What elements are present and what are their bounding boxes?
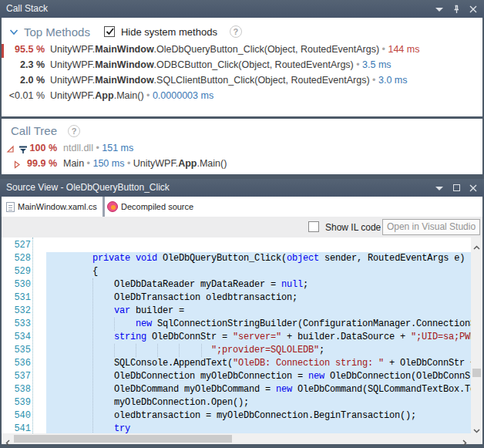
method-percent: 2.0 % [2,75,45,86]
hide-system-methods-label[interactable]: Hide system methods [121,26,217,38]
maximize-icon[interactable] [452,184,461,193]
code-line: var builder = [49,305,184,318]
call-stack-title: Call Stack [6,3,48,14]
dropdown-icon[interactable] [435,5,444,14]
call-tree-heading: Call Tree [11,124,57,137]
line-number: 537 [2,370,31,383]
method-percent: 2.3 % [2,59,45,70]
close-icon[interactable] [469,5,478,14]
pin-icon[interactable] [452,5,461,14]
tree-percent: 99.9 % [23,158,57,169]
horizontal-scrollbar-thumb[interactable] [14,435,232,443]
call-tree-row[interactable]: 99.9 %Main • 150 ms • UnityWPF.App.Main(… [2,158,482,173]
line-number: 532 [2,305,31,318]
line-number: 535 [2,344,31,357]
scrollbar-corner [471,433,482,444]
code-line: OleDbConnection myOleDbConnection = new … [49,370,482,383]
method-percent: 95.5 % [2,44,45,55]
scroll-right-arrow[interactable] [461,436,468,443]
help-icon[interactable]: ? [68,125,80,137]
code-line: OleDbDataReader myDataReader = null; [49,278,308,291]
indent-guide [179,344,180,357]
indent-guide [201,344,202,357]
line-number: 541 [2,423,31,433]
code-line: OleDbTransaction oledbtransaction; [49,291,297,305]
method-name: UnityWPF.MainWindow.OleDbQueryButton_Cli… [50,44,419,55]
indent-guide [157,344,158,357]
help-icon[interactable]: ? [230,25,242,38]
tab-label: MainWindow.xaml.cs [18,202,97,211]
scroll-left-arrow[interactable] [5,436,12,443]
code-line: string OleDbConnStr = "server=" + builde… [49,331,482,344]
code-line: private void OleDbQueryButton_Click(obje… [49,252,465,265]
code-line: try [49,423,130,433]
close-icon[interactable] [469,184,478,193]
method-row[interactable]: 95.5 %UnityWPF.MainWindow.OleDbQueryButt… [2,44,482,59]
code-line: oledbtransaction = myOleDbConnection.Beg… [49,409,416,423]
method-name: UnityWPF.MainWindow.ODBCButton_Click(Obj… [50,59,392,70]
line-number: 533 [2,318,31,331]
line-number: 539 [2,396,31,409]
horizontal-scrollbar[interactable] [2,433,471,444]
code-line: ";provider=SQLOLEDB"; [49,344,324,357]
vertical-scrollbar-thumb[interactable] [472,369,481,377]
line-number: 527 [2,239,31,252]
code-line: OleDbCommand myOleDbCommand = new OleDbC… [49,383,482,396]
collapse-chevron-icon[interactable] [9,25,18,39]
tree-percent: 100 % [23,143,57,153]
show-il-code-checkbox[interactable] [308,221,319,232]
tree-node-name: ntdll.dll [63,143,93,153]
top-methods-heading: Top Methods [24,25,90,39]
source-view-tabs: MainWindow.xaml.csDecompiled source [2,197,482,217]
indent-guide [114,318,115,331]
line-number: 529 [2,265,31,278]
method-row[interactable]: <0.01 %UnityWPF.App.Main() • 0.0000003 m… [2,90,482,105]
indent-guide [92,278,93,433]
scroll-up-arrow[interactable] [473,241,480,248]
line-number: 530 [2,278,31,291]
line-number: 534 [2,331,31,344]
dropdown-icon[interactable] [435,184,444,193]
call-stack-titlebar: Call Stack [0,0,484,18]
code-line: SQLConsole.AppendText("OleDB: Connection… [49,357,482,370]
document-icon [6,202,15,212]
line-number: 528 [2,252,31,265]
source-view-toolbar: Show IL code Open in Visual Studio [2,217,482,237]
expander-expanded-icon[interactable] [6,145,15,156]
call-tree-row[interactable]: 100 %ntdll.dll • 151 ms [2,143,482,157]
method-name: UnityWPF.App.Main() • 0.0000003 ms [50,90,213,101]
source-view-title: Source View - OleDbQueryButton_Click [6,182,170,193]
open-in-visual-studio-button[interactable]: Open in Visual Studio [382,219,480,235]
code-line: { [49,265,98,278]
expander-collapsed-icon[interactable] [14,160,21,171]
line-number: 538 [2,383,31,396]
decompiled-source-icon [107,201,118,212]
indent-guide [114,344,115,357]
code-line: myOleDbConnection.Open(); [49,396,249,409]
line-number: 536 [2,357,31,370]
source-view-titlebar: Source View - OleDbQueryButton_Click [0,179,484,197]
tree-node-name: Main [63,158,84,169]
method-percent: <0.01 % [2,90,45,101]
line-number: 540 [2,409,31,423]
tree-node-method: UnityWPF.App.Main() [133,158,227,169]
tab-label: Decompiled source [121,202,193,211]
vertical-scrollbar[interactable] [471,237,482,433]
method-row[interactable]: 2.3 %UnityWPF.MainWindow.ODBCButton_Clic… [2,59,482,74]
method-name: UnityWPF.MainWindow.SQLClientButton_Clic… [50,75,407,86]
hide-system-methods-checkbox[interactable] [104,26,115,37]
show-il-code-label[interactable]: Show IL code [325,222,381,233]
tab-mainwindow-xaml-cs[interactable]: MainWindow.xaml.cs [2,197,102,217]
method-row[interactable]: 2.0 %UnityWPF.MainWindow.SQLClientButton… [2,75,482,89]
indent-guide [136,344,136,357]
line-number: 531 [2,291,31,305]
gutter-separator [32,237,33,433]
tab-decompiled-source[interactable]: Decompiled source [103,197,198,217]
code-editor[interactable]: 527528 private void OleDbQueryButton_Cli… [2,237,482,433]
call-tree-panel: Call Tree ? 100 %ntdll.dll • 151 ms99.9 … [2,119,482,174]
call-stack-panel: Top Methods Hide system methods ? 95.5 %… [2,18,482,116]
scroll-down-arrow[interactable] [473,423,480,430]
